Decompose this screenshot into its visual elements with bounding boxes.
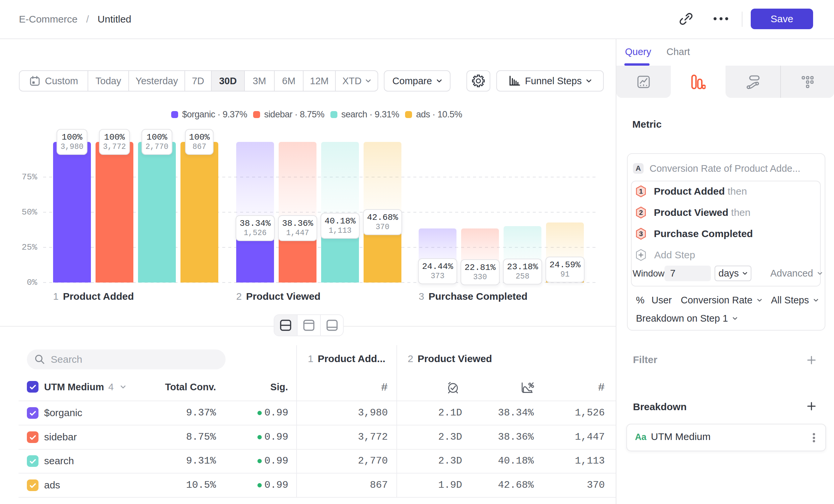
svg-text:2: 2 xyxy=(639,209,643,216)
svg-text:3: 3 xyxy=(639,230,643,237)
svg-text:1: 1 xyxy=(639,187,643,195)
